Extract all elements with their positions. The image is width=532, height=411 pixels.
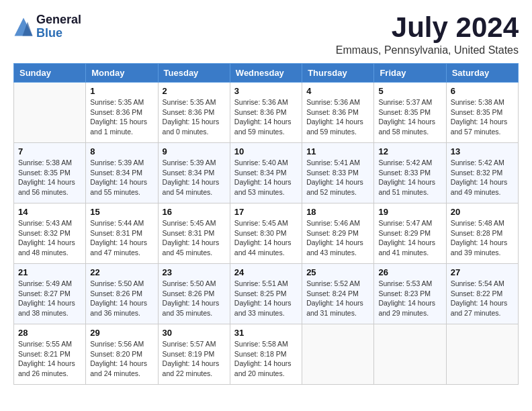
day-info: Sunrise: 5:56 AM Sunset: 8:20 PM Dayligh…	[90, 339, 153, 379]
calendar-day-cell: 26Sunrise: 5:53 AM Sunset: 8:23 PM Dayli…	[374, 264, 446, 324]
calendar-day-cell: 2Sunrise: 5:35 AM Sunset: 8:36 PM Daylig…	[158, 83, 230, 143]
day-number: 13	[451, 146, 514, 156]
day-info: Sunrise: 5:40 AM Sunset: 8:34 PM Dayligh…	[234, 158, 298, 197]
calendar-day-cell: 13Sunrise: 5:42 AM Sunset: 8:32 PM Dayli…	[446, 143, 518, 203]
calendar-day-cell: 6Sunrise: 5:38 AM Sunset: 8:35 PM Daylig…	[446, 83, 518, 143]
day-number: 1	[90, 86, 153, 96]
calendar-day-cell: 14Sunrise: 5:43 AM Sunset: 8:32 PM Dayli…	[14, 203, 86, 264]
logo-icon	[13, 17, 34, 37]
month-title: July 2024	[336, 13, 519, 42]
calendar-day-cell: 21Sunrise: 5:49 AM Sunset: 8:27 PM Dayli…	[14, 264, 86, 324]
location-title: Emmaus, Pennsylvania, United States	[336, 44, 519, 56]
calendar-day-cell: 30Sunrise: 5:57 AM Sunset: 8:19 PM Dayli…	[158, 324, 230, 385]
day-number: 17	[234, 207, 298, 217]
calendar-day-cell: 29Sunrise: 5:56 AM Sunset: 8:20 PM Dayli…	[86, 324, 158, 385]
day-info: Sunrise: 5:52 AM Sunset: 8:24 PM Dayligh…	[306, 279, 369, 318]
day-of-week-header: Monday	[86, 64, 158, 83]
day-info: Sunrise: 5:36 AM Sunset: 8:36 PM Dayligh…	[306, 97, 369, 137]
calendar-day-cell: 25Sunrise: 5:52 AM Sunset: 8:24 PM Dayli…	[302, 264, 374, 324]
logo-text: General Blue	[36, 13, 81, 40]
calendar-day-cell: 10Sunrise: 5:40 AM Sunset: 8:34 PM Dayli…	[230, 143, 302, 203]
day-number: 6	[451, 86, 514, 96]
day-of-week-header: Sunday	[14, 64, 86, 83]
day-info: Sunrise: 5:39 AM Sunset: 8:34 PM Dayligh…	[163, 158, 226, 197]
day-info: Sunrise: 5:38 AM Sunset: 8:35 PM Dayligh…	[451, 97, 514, 137]
day-number: 30	[163, 328, 226, 338]
calendar-day-cell	[302, 324, 374, 385]
day-number: 24	[234, 267, 298, 277]
calendar-week-row: 7Sunrise: 5:38 AM Sunset: 8:35 PM Daylig…	[14, 143, 519, 203]
day-info: Sunrise: 5:54 AM Sunset: 8:22 PM Dayligh…	[451, 279, 514, 318]
day-info: Sunrise: 5:36 AM Sunset: 8:36 PM Dayligh…	[234, 97, 298, 137]
day-number: 20	[451, 207, 514, 217]
day-info: Sunrise: 5:35 AM Sunset: 8:36 PM Dayligh…	[90, 97, 153, 137]
day-number: 8	[90, 146, 153, 156]
day-number: 23	[163, 267, 226, 277]
day-info: Sunrise: 5:38 AM Sunset: 8:35 PM Dayligh…	[18, 158, 81, 197]
day-info: Sunrise: 5:50 AM Sunset: 8:26 PM Dayligh…	[163, 279, 226, 318]
calendar-day-cell: 19Sunrise: 5:47 AM Sunset: 8:29 PM Dayli…	[374, 203, 446, 264]
calendar-day-cell: 16Sunrise: 5:45 AM Sunset: 8:31 PM Dayli…	[158, 203, 230, 264]
day-number: 7	[18, 146, 81, 156]
calendar-week-row: 28Sunrise: 5:55 AM Sunset: 8:21 PM Dayli…	[14, 324, 519, 385]
day-of-week-header: Wednesday	[230, 64, 302, 83]
calendar-day-cell: 1Sunrise: 5:35 AM Sunset: 8:36 PM Daylig…	[86, 83, 158, 143]
day-number: 29	[90, 328, 153, 338]
calendar-day-cell: 20Sunrise: 5:48 AM Sunset: 8:28 PM Dayli…	[446, 203, 518, 264]
day-number: 31	[234, 328, 298, 338]
calendar-week-row: 14Sunrise: 5:43 AM Sunset: 8:32 PM Dayli…	[14, 203, 519, 264]
day-of-week-header: Thursday	[302, 64, 374, 83]
logo-general-text: General	[36, 13, 81, 27]
day-info: Sunrise: 5:58 AM Sunset: 8:18 PM Dayligh…	[234, 339, 298, 379]
day-info: Sunrise: 5:35 AM Sunset: 8:36 PM Dayligh…	[163, 97, 226, 137]
day-info: Sunrise: 5:42 AM Sunset: 8:32 PM Dayligh…	[451, 158, 514, 197]
day-number: 14	[18, 207, 81, 217]
day-info: Sunrise: 5:44 AM Sunset: 8:31 PM Dayligh…	[90, 218, 153, 258]
day-info: Sunrise: 5:45 AM Sunset: 8:31 PM Dayligh…	[163, 218, 226, 258]
calendar-day-cell: 27Sunrise: 5:54 AM Sunset: 8:22 PM Dayli…	[446, 264, 518, 324]
calendar-day-cell: 23Sunrise: 5:50 AM Sunset: 8:26 PM Dayli…	[158, 264, 230, 324]
calendar-day-cell: 4Sunrise: 5:36 AM Sunset: 8:36 PM Daylig…	[302, 83, 374, 143]
day-of-week-header: Friday	[374, 64, 446, 83]
day-number: 4	[306, 86, 369, 96]
day-number: 16	[163, 207, 226, 217]
calendar-day-cell: 22Sunrise: 5:50 AM Sunset: 8:26 PM Dayli…	[86, 264, 158, 324]
day-number: 21	[18, 267, 81, 277]
day-number: 11	[306, 146, 369, 156]
calendar-day-cell: 7Sunrise: 5:38 AM Sunset: 8:35 PM Daylig…	[14, 143, 86, 203]
day-number: 12	[378, 146, 441, 156]
day-number: 26	[378, 267, 441, 277]
calendar-day-cell: 18Sunrise: 5:46 AM Sunset: 8:29 PM Dayli…	[302, 203, 374, 264]
day-info: Sunrise: 5:43 AM Sunset: 8:32 PM Dayligh…	[18, 218, 81, 258]
calendar-day-cell: 28Sunrise: 5:55 AM Sunset: 8:21 PM Dayli…	[14, 324, 86, 385]
day-info: Sunrise: 5:46 AM Sunset: 8:29 PM Dayligh…	[306, 218, 369, 258]
calendar-day-cell: 8Sunrise: 5:39 AM Sunset: 8:34 PM Daylig…	[86, 143, 158, 203]
day-info: Sunrise: 5:49 AM Sunset: 8:27 PM Dayligh…	[18, 279, 81, 318]
day-number: 25	[306, 267, 369, 277]
day-info: Sunrise: 5:48 AM Sunset: 8:28 PM Dayligh…	[451, 218, 514, 258]
calendar-day-cell: 17Sunrise: 5:45 AM Sunset: 8:30 PM Dayli…	[230, 203, 302, 264]
day-of-week-header: Saturday	[446, 64, 518, 83]
day-number: 3	[234, 86, 298, 96]
calendar-day-cell	[14, 83, 86, 143]
calendar-day-cell: 3Sunrise: 5:36 AM Sunset: 8:36 PM Daylig…	[230, 83, 302, 143]
day-of-week-header: Tuesday	[158, 64, 230, 83]
day-number: 10	[234, 146, 298, 156]
calendar-day-cell: 9Sunrise: 5:39 AM Sunset: 8:34 PM Daylig…	[158, 143, 230, 203]
calendar-day-cell	[446, 324, 518, 385]
calendar-day-cell: 11Sunrise: 5:41 AM Sunset: 8:33 PM Dayli…	[302, 143, 374, 203]
title-area: July 2024 Emmaus, Pennsylvania, United S…	[336, 13, 519, 56]
day-info: Sunrise: 5:57 AM Sunset: 8:19 PM Dayligh…	[163, 339, 226, 379]
day-number: 19	[378, 207, 441, 217]
day-number: 28	[18, 328, 81, 338]
logo: General Blue	[13, 13, 81, 40]
day-number: 18	[306, 207, 369, 217]
day-number: 9	[163, 146, 226, 156]
calendar: SundayMondayTuesdayWednesdayThursdayFrid…	[13, 63, 519, 385]
calendar-week-row: 21Sunrise: 5:49 AM Sunset: 8:27 PM Dayli…	[14, 264, 519, 324]
day-number: 27	[451, 267, 514, 277]
logo-blue-text: Blue	[36, 27, 81, 40]
header: General Blue July 2024 Emmaus, Pennsylva…	[13, 13, 519, 56]
day-info: Sunrise: 5:45 AM Sunset: 8:30 PM Dayligh…	[234, 218, 298, 258]
calendar-day-cell: 24Sunrise: 5:51 AM Sunset: 8:25 PM Dayli…	[230, 264, 302, 324]
